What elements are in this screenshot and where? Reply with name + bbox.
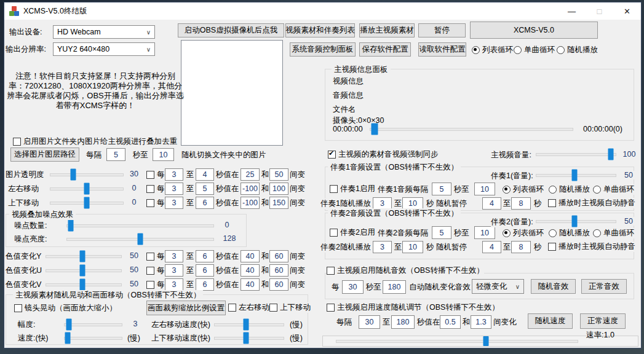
close-icon[interactable]: ✕ bbox=[613, 2, 641, 20]
normal-speed-button[interactable]: 正常速度 bbox=[580, 313, 626, 329]
color-v-to-input[interactable]: 6 bbox=[196, 278, 214, 291]
move-ud-min-input[interactable]: -100 bbox=[241, 197, 260, 209]
color-v-max-input[interactable]: 60 bbox=[269, 278, 288, 291]
move-lr-auto-checkbox[interactable]: 每 bbox=[146, 184, 165, 194]
accomp1-mode-list-loop[interactable]: 列表循环 bbox=[503, 184, 544, 195]
sfx-enable-checkbox[interactable]: 主视频启用随机音效（OBS转播下不生效） bbox=[327, 266, 484, 276]
accomp2-pause-to-input[interactable]: 8 bbox=[511, 241, 531, 253]
pause-button[interactable]: 暂停 bbox=[418, 23, 466, 37]
save-config-button[interactable]: 保存软件配置 bbox=[359, 42, 411, 57]
play-main-button[interactable]: 播放主视频素材 bbox=[359, 23, 415, 37]
move-lr-max-input[interactable]: 100 bbox=[269, 183, 288, 195]
speed-to-input[interactable]: 180 bbox=[391, 315, 415, 329]
color-v-slider[interactable] bbox=[46, 278, 122, 291]
move-ud-auto-checkbox[interactable]: 每 bbox=[146, 198, 165, 208]
ud-speed-slider[interactable] bbox=[214, 332, 284, 344]
move-lr-to-input[interactable]: 5 bbox=[196, 183, 214, 195]
accomp2-mode-single[interactable]: 单曲循环 bbox=[593, 228, 634, 238]
sfx-from-input[interactable]: 30 bbox=[342, 280, 364, 294]
slider-thumb[interactable] bbox=[84, 183, 90, 195]
progress-slider[interactable] bbox=[370, 123, 573, 135]
color-u-to-input[interactable]: 6 bbox=[196, 264, 214, 277]
sfx-mode-select[interactable]: 轻微变化 ∨ bbox=[472, 279, 524, 294]
material-listbox[interactable] bbox=[181, 40, 283, 146]
load-config-button[interactable]: 读取软件配置 bbox=[418, 42, 466, 57]
sfx-to-input[interactable]: 180 bbox=[383, 280, 406, 294]
slider-thumb[interactable] bbox=[608, 149, 613, 160]
slider-thumb[interactable] bbox=[138, 234, 143, 245]
accomp1-mode-random[interactable]: 随机播放 bbox=[549, 184, 590, 195]
color-u-auto-checkbox[interactable]: 每 bbox=[146, 266, 165, 276]
accomp1-to-input[interactable]: 10 bbox=[474, 183, 495, 195]
play-mode-single-loop[interactable]: 单曲循环 bbox=[514, 45, 555, 55]
move-lr-from-input[interactable]: 3 bbox=[165, 183, 183, 195]
color-y-to-input[interactable]: 6 bbox=[196, 250, 214, 262]
move-ud-slider[interactable] bbox=[50, 197, 124, 209]
accomp2-mode-random[interactable]: 随机播放 bbox=[549, 228, 590, 238]
xcms-button[interactable]: XCMS-V5.0 bbox=[470, 22, 598, 39]
video-list-button[interactable]: 视频素材和伴奏列表 bbox=[285, 23, 355, 37]
opacity-to-input[interactable]: 4 bbox=[196, 168, 214, 181]
overlay-from-input[interactable]: 5 bbox=[106, 148, 125, 161]
slider-thumb[interactable] bbox=[79, 279, 85, 291]
lr-speed-slider[interactable] bbox=[214, 318, 284, 331]
choose-image-path-button[interactable]: 选择图片图层路径 bbox=[10, 148, 79, 162]
slider-thumb[interactable] bbox=[71, 169, 76, 181]
speed-max-input[interactable]: 1.3 bbox=[471, 315, 491, 329]
lens-shake-checkbox[interactable]: 镜头晃动（画面放大缩小） bbox=[14, 303, 117, 313]
accomp1-enable-checkbox[interactable]: 伴奏1启用 bbox=[330, 184, 375, 194]
accomp1-pause-to-input[interactable]: 8 bbox=[511, 197, 531, 210]
random-sfx-button[interactable]: 随机音效 bbox=[531, 279, 576, 294]
speed-min-input[interactable]: 0.5 bbox=[440, 315, 461, 329]
main-volume-slider[interactable] bbox=[536, 148, 616, 160]
maximize-icon[interactable]: □ bbox=[586, 2, 613, 20]
random-speed-button[interactable]: 随机速度 bbox=[528, 313, 573, 329]
shake-ud-checkbox[interactable]: 上下移动 bbox=[269, 302, 311, 313]
accomp1-pause-from-input[interactable]: 4 bbox=[482, 197, 501, 210]
play-mode-random[interactable]: 随机播放 bbox=[557, 45, 598, 55]
accomp1-rp-to-input[interactable]: 10 bbox=[402, 197, 423, 210]
noise-bright-slider[interactable] bbox=[66, 233, 214, 245]
move-ud-max-input[interactable]: 150 bbox=[269, 197, 288, 209]
accomp2-mute-checkbox[interactable]: 播放时主视频自动静音 bbox=[548, 242, 635, 252]
opacity-from-input[interactable]: 3 bbox=[165, 168, 183, 181]
start-obs-button[interactable]: 启动OBS虚拟摄像机后点我 bbox=[178, 23, 284, 37]
slider-thumb[interactable] bbox=[244, 319, 249, 331]
crop-scale-button[interactable]: 画面裁剪缩放比例设置 bbox=[146, 301, 226, 315]
slider-thumb[interactable] bbox=[68, 220, 74, 232]
accomp2-rp-to-input[interactable]: 10 bbox=[402, 241, 423, 253]
accomp1-mode-single[interactable]: 单曲循环 bbox=[593, 184, 634, 195]
color-u-min-input[interactable]: 40 bbox=[241, 264, 260, 277]
move-lr-slider[interactable] bbox=[50, 183, 124, 195]
slider-thumb[interactable] bbox=[571, 170, 577, 181]
accomp1-volume-slider[interactable] bbox=[536, 169, 616, 181]
color-y-from-input[interactable]: 3 bbox=[165, 250, 183, 262]
play-mode-list-loop[interactable]: 列表循环 bbox=[472, 45, 513, 55]
color-u-from-input[interactable]: 3 bbox=[165, 264, 183, 277]
accomp2-volume-slider[interactable] bbox=[536, 215, 616, 227]
speed-rate-slider[interactable] bbox=[336, 335, 578, 347]
color-u-slider[interactable] bbox=[46, 264, 122, 277]
system-audio-button[interactable]: 系统音频控制面板 bbox=[290, 42, 356, 57]
accomp1-rp-from-input[interactable]: 3 bbox=[373, 197, 392, 210]
color-y-auto-checkbox[interactable]: 每 bbox=[146, 251, 165, 262]
minimize-icon[interactable]: — bbox=[558, 2, 586, 20]
color-y-slider[interactable] bbox=[46, 250, 122, 262]
opacity-auto-checkbox[interactable]: 每 bbox=[146, 170, 165, 180]
speed-slider[interactable] bbox=[64, 332, 122, 344]
slider-thumb[interactable] bbox=[79, 265, 85, 277]
slider-thumb[interactable] bbox=[244, 332, 249, 344]
amp-slider[interactable] bbox=[64, 318, 122, 331]
accomp2-enable-checkbox[interactable]: 伴奏2启用 bbox=[330, 227, 375, 238]
overlay-to-input[interactable]: 10 bbox=[153, 148, 174, 161]
normal-sfx-button[interactable]: 正常音效 bbox=[581, 279, 627, 294]
color-v-auto-checkbox[interactable]: 每 bbox=[146, 280, 165, 290]
speed-enable-checkbox[interactable]: 主视频启用速度随机调节（OBS转播下不生效） bbox=[327, 302, 499, 313]
move-lr-min-input[interactable]: -100 bbox=[241, 183, 260, 195]
opacity-max-input[interactable]: 50 bbox=[269, 168, 288, 181]
color-u-max-input[interactable]: 60 bbox=[269, 264, 288, 277]
speed-from-input[interactable]: 30 bbox=[359, 315, 380, 329]
accomp2-rp-from-input[interactable]: 3 bbox=[373, 241, 392, 253]
output-device-select[interactable]: HD Webcam ∨ bbox=[53, 25, 155, 39]
sync-checkbox[interactable]: 主视频的素材音视频强制同步 bbox=[328, 149, 439, 160]
